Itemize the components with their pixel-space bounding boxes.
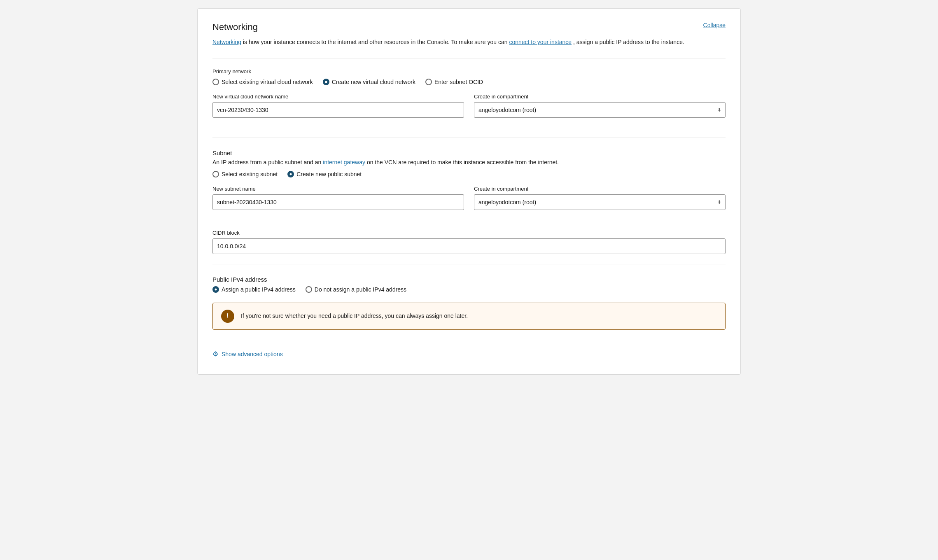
radio-assign-ipv4[interactable]: Assign a public IPv4 address	[212, 286, 296, 293]
radio-input-select-existing-subnet[interactable]	[212, 171, 219, 177]
networking-link[interactable]: Networking	[212, 39, 241, 45]
divider-3	[212, 264, 726, 264]
radio-input-select-existing-vcn[interactable]	[212, 79, 219, 85]
radio-input-no-assign-ipv4[interactable]	[306, 286, 312, 293]
vcn-compartment-label: Create in compartment	[474, 93, 726, 100]
section-description: Networking is how your instance connects…	[212, 37, 726, 47]
primary-network-label: Primary network	[212, 68, 726, 75]
radio-label-assign-ipv4: Assign a public IPv4 address	[222, 286, 296, 293]
vcn-fields-container: New virtual cloud network name Create in…	[212, 93, 726, 128]
description-suffix: , assign a public IP address to the inst…	[573, 39, 684, 45]
radio-label-select-existing-subnet: Select existing subnet	[222, 171, 278, 177]
radio-create-new-vcn[interactable]: Create new virtual cloud network	[323, 79, 415, 85]
section-header: Networking Collapse	[212, 22, 726, 33]
show-advanced-label: Show advanced options	[222, 351, 283, 357]
warning-box: ! If you're not sure whether you need a …	[212, 303, 726, 330]
subnet-compartment-label: Create in compartment	[474, 186, 726, 192]
vcn-name-input[interactable]	[212, 102, 464, 118]
subnet-name-label: New subnet name	[212, 186, 464, 192]
radio-select-existing-vcn[interactable]: Select existing virtual cloud network	[212, 79, 313, 85]
vcn-compartment-select-wrapper: angeloyodotcom (root) ⬍	[474, 102, 726, 118]
public-ipv4-label: Public IPv4 address	[212, 276, 726, 283]
divider-2	[212, 138, 726, 138]
internet-gateway-link[interactable]: internet gateway	[323, 159, 365, 166]
vcn-compartment-field-group: Create in compartment angeloyodotcom (ro…	[474, 93, 726, 118]
divider-4	[212, 340, 726, 340]
show-advanced-link[interactable]: ⚙ Show advanced options	[212, 350, 726, 358]
subnet-name-field-group: New subnet name	[212, 186, 464, 210]
connect-to-instance-link[interactable]: connect to your instance	[509, 39, 572, 45]
vcn-name-field-group: New virtual cloud network name	[212, 93, 464, 118]
radio-label-enter-subnet-ocid: Enter subnet OCID	[434, 79, 483, 85]
subnet-compartment-select[interactable]: angeloyodotcom (root)	[474, 194, 726, 210]
cidr-field-group: CIDR block	[212, 230, 726, 254]
public-ipv4-radio-group: Assign a public IPv4 address Do not assi…	[212, 286, 726, 293]
warning-text: If you're not sure whether you need a pu…	[241, 310, 468, 320]
cidr-label: CIDR block	[212, 230, 726, 236]
divider-1	[212, 58, 726, 58]
subnet-two-col: New subnet name Create in compartment an…	[212, 186, 726, 220]
radio-input-assign-ipv4[interactable]	[212, 286, 219, 293]
vcn-compartment-select[interactable]: angeloyodotcom (root)	[474, 102, 726, 118]
networking-section: Networking Collapse Networking is how yo…	[197, 8, 741, 375]
collapse-button[interactable]: Collapse	[703, 22, 726, 28]
subnet-description: An IP address from a public subnet and a…	[212, 158, 726, 167]
section-title: Networking	[212, 22, 258, 33]
subnet-compartment-field-group: Create in compartment angeloyodotcom (ro…	[474, 186, 726, 210]
subnet-fields-container: New subnet name Create in compartment an…	[212, 186, 726, 254]
radio-label-no-assign-ipv4: Do not assign a public IPv4 address	[315, 286, 406, 293]
subnet-desc-prefix: An IP address from a public subnet and a…	[212, 159, 323, 166]
vcn-name-label: New virtual cloud network name	[212, 93, 464, 100]
subnet-radio-group: Select existing subnet Create new public…	[212, 171, 726, 177]
radio-input-create-new-subnet[interactable]	[287, 171, 294, 177]
primary-network-section: Primary network Select existing virtual …	[212, 68, 726, 85]
radio-select-existing-subnet[interactable]: Select existing subnet	[212, 171, 278, 177]
radio-label-create-new-vcn: Create new virtual cloud network	[332, 79, 415, 85]
cidr-input[interactable]	[212, 238, 726, 254]
radio-label-select-existing-vcn: Select existing virtual cloud network	[222, 79, 313, 85]
subnet-compartment-select-wrapper: angeloyodotcom (root) ⬍	[474, 194, 726, 210]
radio-label-create-new-subnet: Create new public subnet	[296, 171, 362, 177]
description-middle: is how your instance connects to the int…	[243, 39, 509, 45]
radio-input-create-new-vcn[interactable]	[323, 79, 329, 85]
vcn-two-col: New virtual cloud network name Create in…	[212, 93, 726, 128]
radio-input-enter-subnet-ocid[interactable]	[425, 79, 432, 85]
warning-icon: !	[221, 310, 234, 323]
radio-enter-subnet-ocid[interactable]: Enter subnet OCID	[425, 79, 483, 85]
subnet-section: Subnet An IP address from a public subne…	[212, 149, 726, 177]
primary-network-radio-group: Select existing virtual cloud network Cr…	[212, 79, 726, 85]
subnet-section-label: Subnet	[212, 149, 726, 156]
radio-create-new-subnet[interactable]: Create new public subnet	[287, 171, 362, 177]
advanced-options-icon: ⚙	[212, 350, 218, 358]
radio-no-assign-ipv4[interactable]: Do not assign a public IPv4 address	[306, 286, 406, 293]
subnet-desc-suffix: on the VCN are required to make this ins…	[367, 159, 559, 166]
subnet-name-input[interactable]	[212, 194, 464, 210]
show-advanced-container: ⚙ Show advanced options	[212, 350, 726, 358]
public-ipv4-section: Public IPv4 address Assign a public IPv4…	[212, 276, 726, 293]
